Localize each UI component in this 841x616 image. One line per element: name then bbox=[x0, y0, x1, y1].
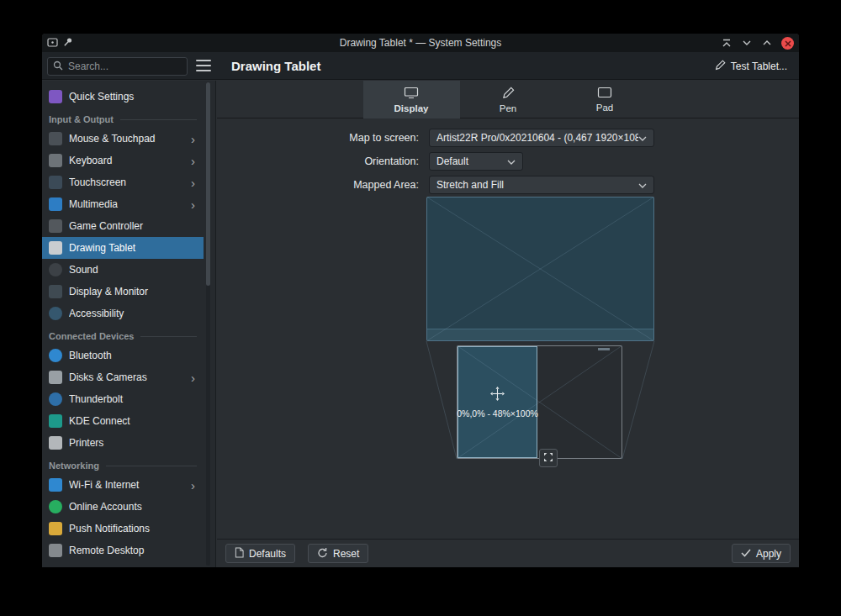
reset-button[interactable]: Reset bbox=[308, 544, 368, 563]
tab-label: Pen bbox=[500, 103, 516, 113]
sidebar-item-label: Wi-Fi & Internet bbox=[69, 479, 184, 491]
reset-label: Reset bbox=[333, 548, 359, 560]
apply-button[interactable]: Apply bbox=[732, 544, 791, 563]
sidebar-item-mouse-touchpad[interactable]: Mouse & Touchpad › bbox=[42, 128, 204, 150]
sidebar-item-label: Game Controller bbox=[69, 220, 197, 232]
orientation-row: Orientation: Default bbox=[217, 152, 799, 171]
sidebar-item-game-controller[interactable]: Game Controller bbox=[42, 215, 204, 237]
map-to-screen-value: Artist22R Pro/0x20210604 - (0,467 1920×1… bbox=[436, 132, 638, 144]
chevron-down-icon bbox=[507, 155, 516, 167]
tab-pad[interactable]: Pad bbox=[557, 81, 653, 118]
sidebar-item-push-notifications[interactable]: Push Notifications bbox=[42, 518, 204, 540]
sidebar-item-keyboard[interactable]: Keyboard › bbox=[42, 150, 204, 171]
close-button[interactable] bbox=[781, 37, 794, 50]
sidebar-item-disks-cameras[interactable]: Disks & Cameras › bbox=[42, 366, 204, 388]
section-divider bbox=[106, 466, 197, 466]
orientation-select[interactable]: Default bbox=[429, 152, 523, 171]
sidebar-item-remote-desktop[interactable]: Remote Desktop bbox=[42, 540, 204, 561]
map-to-screen-select[interactable]: Artist22R Pro/0x20210604 - (0,467 1920×1… bbox=[429, 129, 654, 147]
sidebar-item-label: Online Accounts bbox=[69, 501, 197, 513]
sidebar-item-label: Drawing Tablet bbox=[69, 242, 197, 254]
bluetooth-icon bbox=[49, 349, 62, 362]
orientation-value: Default bbox=[436, 155, 507, 167]
mapping-preview: 0%,0% - 48%×100% bbox=[217, 197, 799, 520]
screen-mark-right bbox=[598, 348, 610, 350]
sidebar-item-touchscreen[interactable]: Touchscreen › bbox=[42, 171, 204, 193]
sidebar-item-label: Remote Desktop bbox=[69, 545, 197, 556]
sidebar: Quick Settings Input & Output Mouse & To… bbox=[42, 81, 216, 567]
app-icon bbox=[47, 35, 58, 50]
map-to-screen-label: Map to screen: bbox=[217, 132, 419, 144]
mapped-area-label: Mapped Area: bbox=[217, 179, 419, 191]
wifi-icon bbox=[49, 478, 62, 492]
chevron-right-icon: › bbox=[191, 155, 195, 167]
sidebar-item-label: Mouse & Touchpad bbox=[69, 133, 184, 145]
sidebar-item-label: Accessibility bbox=[69, 308, 197, 319]
titlebar[interactable]: Drawing Tablet * — System Settings bbox=[42, 34, 799, 52]
titlebar-left-icons bbox=[47, 35, 156, 50]
sidebar-item-display-monitor[interactable]: Display & Monitor bbox=[42, 281, 204, 303]
sidebar-section-connected-devices: Connected Devices bbox=[42, 324, 204, 345]
test-tablet-label: Test Tablet... bbox=[731, 61, 787, 72]
remote-desktop-icon bbox=[49, 544, 62, 557]
defaults-button[interactable]: Defaults bbox=[225, 544, 295, 563]
tab-label: Display bbox=[394, 103, 429, 113]
sidebar-item-multimedia[interactable]: Multimedia › bbox=[42, 193, 204, 215]
sidebar-item-bluetooth[interactable]: Bluetooth bbox=[42, 345, 204, 366]
chevron-down-icon bbox=[638, 179, 647, 191]
sidebar-item-sound[interactable]: Sound bbox=[42, 259, 204, 281]
sidebar-item-kde-connect[interactable]: KDE Connect bbox=[42, 410, 204, 432]
pad-tab-icon bbox=[597, 87, 612, 100]
mapped-region-content: 0%,0% - 48%×100% bbox=[457, 387, 538, 419]
mapped-region-handle[interactable]: 0%,0% - 48%×100% bbox=[458, 346, 537, 458]
sidebar-item-label: Display & Monitor bbox=[69, 286, 197, 297]
sidebar-item-drawing-tablet[interactable]: Drawing Tablet bbox=[42, 237, 204, 259]
search-box[interactable] bbox=[47, 57, 188, 76]
menu-button[interactable] bbox=[196, 60, 211, 71]
chevron-right-icon: › bbox=[191, 133, 195, 145]
section-header-label: Connected Devices bbox=[49, 331, 134, 341]
thunderbolt-icon bbox=[49, 392, 62, 406]
sidebar-item-quick-settings[interactable]: Quick Settings bbox=[42, 86, 204, 108]
sidebar-item-label: Keyboard bbox=[69, 155, 184, 166]
minimize-button[interactable] bbox=[741, 37, 753, 49]
check-icon bbox=[741, 548, 751, 560]
search-input[interactable] bbox=[68, 61, 169, 72]
chevron-right-icon: › bbox=[191, 479, 195, 492]
sidebar-item-wifi-internet[interactable]: Wi-Fi & Internet › bbox=[42, 474, 204, 496]
footer-bar: Defaults Reset Apply bbox=[217, 539, 799, 567]
orientation-label: Orientation: bbox=[217, 155, 419, 167]
printer-icon bbox=[49, 436, 62, 450]
sidebar-item-label: Push Notifications bbox=[69, 523, 197, 534]
sidebar-item-label: Touchscreen bbox=[69, 176, 184, 188]
keep-above-button[interactable] bbox=[721, 37, 733, 49]
sidebar-item-online-accounts[interactable]: Online Accounts bbox=[42, 496, 204, 518]
sidebar-item-label: Printers bbox=[69, 437, 197, 449]
fullscreen-icon bbox=[543, 450, 553, 466]
maximize-button[interactable] bbox=[761, 37, 773, 49]
sidebar-item-label: Bluetooth bbox=[69, 350, 197, 361]
keyboard-icon bbox=[49, 154, 62, 167]
sidebar-scrollbar-thumb[interactable] bbox=[206, 82, 210, 286]
mapped-area-row: Mapped Area: Stretch and Fill bbox=[217, 176, 799, 194]
sidebar-item-label: Sound bbox=[69, 264, 197, 276]
drawing-tablet-icon bbox=[49, 241, 62, 255]
tab-display[interactable]: Display bbox=[363, 81, 460, 118]
tab-pen[interactable]: Pen bbox=[460, 81, 557, 118]
quick-settings-icon bbox=[49, 90, 62, 103]
test-tablet-button[interactable]: Test Tablet... bbox=[711, 58, 791, 75]
sidebar-item-thunderbolt[interactable]: Thunderbolt bbox=[42, 388, 204, 410]
mapped-area-select[interactable]: Stretch and Fill bbox=[429, 176, 654, 194]
fit-to-screen-button[interactable] bbox=[539, 449, 558, 467]
pin-icon[interactable] bbox=[63, 35, 73, 50]
window-controls bbox=[721, 37, 794, 50]
mouse-icon bbox=[49, 132, 62, 145]
sidebar-scrollbar-track[interactable] bbox=[206, 82, 210, 566]
sidebar-item-accessibility[interactable]: Accessibility bbox=[42, 303, 204, 324]
sidebar-item-printers[interactable]: Printers bbox=[42, 432, 204, 454]
tablet-area-preview bbox=[426, 197, 654, 341]
sidebar-item-label: Thunderbolt bbox=[69, 393, 197, 405]
section-header-label: Networking bbox=[49, 461, 99, 471]
game-controller-icon bbox=[49, 219, 62, 233]
tab-label: Pad bbox=[596, 103, 613, 113]
